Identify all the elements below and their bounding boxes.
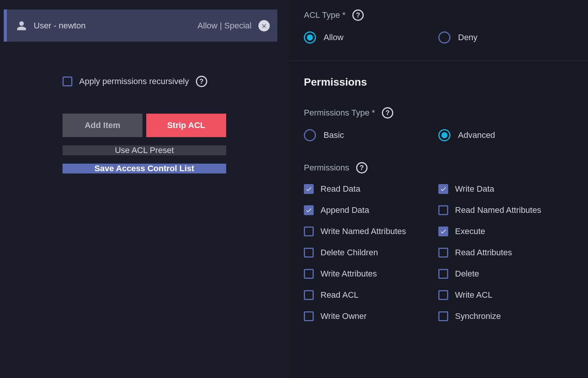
left-controls: Apply permissions recursively ? Add Item… [0, 76, 289, 173]
permissions-type-label-row: Permissions Type * ? [304, 107, 573, 119]
acl-entry-meta: Allow | Special [197, 21, 252, 31]
use-preset-button[interactable]: Use ACL Preset [63, 145, 226, 155]
help-icon[interactable]: ? [356, 162, 368, 173]
permission-checkbox[interactable] [304, 248, 314, 258]
acl-type-section: ACL Type * ? AllowDeny [289, 9, 588, 61]
permission-read-data[interactable]: Read Data [304, 184, 438, 194]
help-icon[interactable]: ? [382, 107, 393, 119]
permissions-type-radio-group: BasicAdvanced [304, 129, 573, 141]
permission-label: Read ACL [321, 290, 358, 300]
permission-label: Read Data [321, 184, 360, 194]
permission-delete[interactable]: Delete [438, 269, 573, 279]
recursive-checkbox[interactable] [63, 77, 72, 86]
button-row-1: Add Item Strip ACL [63, 114, 226, 137]
radio-outer [304, 129, 316, 141]
permission-append-data[interactable]: Append Data [304, 205, 438, 215]
permissions-heading: Permissions [304, 76, 573, 88]
acl-type-label-row: ACL Type * ? [304, 9, 573, 21]
radio-inner [441, 34, 447, 41]
permission-label: Append Data [321, 205, 369, 215]
divider [289, 61, 588, 61]
permission-checkbox[interactable] [438, 226, 448, 236]
acl-type-label: ACL Type * [304, 10, 346, 20]
radio-inner [441, 132, 447, 138]
permission-write-acl[interactable]: Write ACL [438, 290, 573, 300]
button-stack: Use ACL Preset Save Access Control List [63, 145, 226, 173]
permission-label: Delete [455, 269, 479, 279]
permissions-type-radio-advanced[interactable]: Advanced [438, 129, 573, 141]
radio-outer [438, 31, 450, 44]
acl-type-radio-group: AllowDeny [304, 31, 573, 44]
permission-checkbox[interactable] [304, 184, 314, 194]
radio-outer [438, 129, 450, 141]
permission-checkbox[interactable] [304, 269, 314, 279]
radio-label: Allow [324, 33, 344, 42]
permission-checkbox[interactable] [304, 205, 314, 215]
permission-label: Read Attributes [455, 248, 512, 258]
permission-label: Execute [455, 226, 485, 236]
permission-checkbox[interactable] [438, 184, 448, 194]
permission-write-owner[interactable]: Write Owner [304, 311, 438, 321]
add-item-button[interactable]: Add Item [63, 114, 142, 137]
permissions-section: Permissions Permissions Type * ? BasicAd… [289, 76, 588, 338]
permission-label: Write Owner [321, 311, 367, 321]
radio-label: Advanced [458, 130, 495, 140]
recursive-label: Apply permissions recursively [79, 77, 189, 86]
radio-label: Deny [458, 33, 477, 42]
left-panel: User - newton Allow | Special Apply perm… [0, 0, 289, 378]
radio-outer [304, 31, 316, 44]
permission-checkbox[interactable] [304, 226, 314, 236]
permissions-list-label: Permissions [304, 163, 349, 173]
close-icon[interactable] [258, 20, 270, 31]
permission-label: Synchronize [455, 311, 501, 321]
permission-write-named-attributes[interactable]: Write Named Attributes [304, 226, 438, 236]
right-panel: ACL Type * ? AllowDeny Permissions Permi… [289, 0, 588, 378]
radio-inner [307, 34, 313, 41]
permission-read-named-attributes[interactable]: Read Named Attributes [438, 205, 573, 215]
help-icon[interactable]: ? [196, 76, 207, 87]
permission-delete-children[interactable]: Delete Children [304, 248, 438, 258]
help-icon[interactable]: ? [352, 9, 364, 21]
permissions-type-label: Permissions Type * [304, 108, 375, 118]
permission-checkbox[interactable] [304, 290, 314, 300]
acl-entry-title: User - newton [34, 21, 197, 31]
permission-read-acl[interactable]: Read ACL [304, 290, 438, 300]
strip-acl-button[interactable]: Strip ACL [146, 114, 226, 137]
permission-label: Write Data [455, 184, 494, 194]
radio-inner [307, 132, 313, 138]
permission-synchronize[interactable]: Synchronize [438, 311, 573, 321]
permission-checkbox[interactable] [304, 311, 314, 321]
permission-label: Write Named Attributes [321, 226, 406, 236]
acl-type-radio-deny[interactable]: Deny [438, 31, 573, 44]
permission-checkbox[interactable] [438, 248, 448, 258]
permission-checkbox[interactable] [438, 311, 448, 321]
permission-label: Delete Children [321, 248, 378, 258]
permission-write-attributes[interactable]: Write Attributes [304, 269, 438, 279]
permission-read-attributes[interactable]: Read Attributes [438, 248, 573, 258]
acl-type-radio-allow[interactable]: Allow [304, 31, 438, 44]
permission-checkbox[interactable] [438, 269, 448, 279]
acl-entry-row[interactable]: User - newton Allow | Special [4, 9, 277, 42]
permission-label: Write ACL [455, 290, 493, 300]
recursive-row: Apply permissions recursively ? [63, 76, 226, 87]
permission-checkbox[interactable] [438, 290, 448, 300]
save-acl-button[interactable]: Save Access Control List [63, 164, 226, 173]
permission-checkbox[interactable] [438, 205, 448, 215]
permission-label: Write Attributes [321, 269, 377, 279]
user-icon [16, 20, 27, 31]
permission-label: Read Named Attributes [455, 205, 541, 215]
permissions-grid: Read DataWrite DataAppend DataRead Named… [304, 184, 573, 321]
permission-execute[interactable]: Execute [438, 226, 573, 236]
radio-label: Basic [324, 130, 344, 140]
permission-write-data[interactable]: Write Data [438, 184, 573, 194]
permissions-type-radio-basic[interactable]: Basic [304, 129, 438, 141]
permissions-list-label-row: Permissions ? [304, 162, 573, 173]
